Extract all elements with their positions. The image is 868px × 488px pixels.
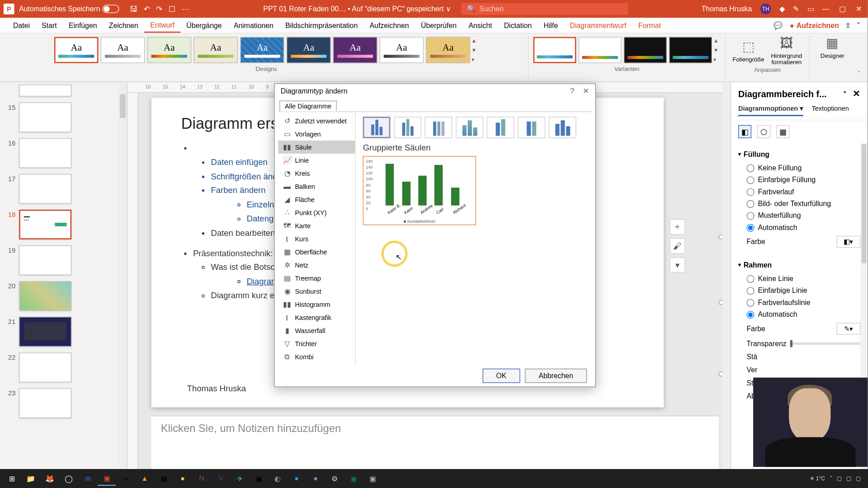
search-input[interactable]: 🔍 Suchen	[461, 3, 627, 15]
weather-widget[interactable]: ☀ 1°C	[810, 475, 825, 482]
app-icon[interactable]: ●	[288, 471, 306, 486]
dialog-tab-all[interactable]: Alle Diagramme	[279, 100, 337, 111]
chart-plus-button[interactable]: ＋	[670, 219, 685, 235]
avatar[interactable]: TH	[760, 4, 771, 14]
slide-size-button[interactable]: ⬚Foliengröße	[729, 36, 767, 66]
format-background-button[interactable]: 🖼Hintergrund formatieren	[768, 36, 806, 66]
tray-icon[interactable]: ▢	[856, 475, 861, 482]
tab-format[interactable]: Format	[632, 18, 667, 33]
tab-ueberpruefen[interactable]: Überprüfen	[415, 18, 463, 33]
chart-subtype[interactable]	[549, 117, 576, 138]
tab-zeichnen[interactable]: Zeichnen	[103, 18, 144, 33]
slide-thumbnail[interactable]	[19, 138, 71, 168]
border-color-button[interactable]: ✎▾	[836, 323, 860, 334]
slide-thumbnail[interactable]	[19, 245, 71, 275]
vlc-icon[interactable]: ▲	[136, 471, 154, 486]
pane-dropdown-icon[interactable]: ˅	[843, 90, 847, 98]
variant-thumb[interactable]	[579, 37, 622, 63]
app-icon[interactable]: ●	[307, 471, 325, 486]
border-option[interactable]: Keine Linie	[738, 273, 860, 285]
save-icon[interactable]: 🖫	[130, 5, 137, 14]
chart-category[interactable]: ▮▮Histogramm	[278, 297, 355, 310]
theme-thumb[interactable]: Aa	[101, 37, 145, 63]
slide-thumbnail[interactable]	[19, 103, 71, 132]
slide-thumbnail[interactable]: ▬▬• • •	[19, 210, 71, 239]
dialog-help-icon[interactable]: ?	[570, 87, 575, 96]
fill-line-icon[interactable]: ◧	[738, 125, 751, 138]
app-icon[interactable]: ▦	[155, 471, 173, 486]
variant-down-icon[interactable]: ▼	[713, 47, 722, 53]
chart-category[interactable]: ↺Zuletzt verwendet	[278, 114, 355, 127]
border-option[interactable]: Farbverlaufslinie	[738, 296, 860, 308]
theme-thumb[interactable]: Aa	[240, 37, 284, 63]
chart-category[interactable]: ▤Treemap	[278, 271, 355, 284]
app-icon[interactable]: ▣	[363, 471, 382, 486]
outlook-icon[interactable]: ✉	[79, 471, 97, 486]
tab-animationen[interactable]: Animationen	[228, 18, 279, 33]
gallery-down-icon[interactable]: ▼	[472, 47, 480, 53]
transparency-slider[interactable]	[790, 343, 861, 345]
chart-subtype[interactable]	[456, 117, 483, 138]
tab-ansicht[interactable]: Ansicht	[462, 18, 498, 33]
chrome-icon[interactable]: ◯	[60, 471, 78, 486]
tab-einfuegen[interactable]: Einfügen	[63, 18, 103, 33]
pen-icon[interactable]: ✎	[793, 5, 799, 13]
tab-entwurf[interactable]: Entwurf	[144, 18, 180, 33]
ok-button[interactable]: OK	[482, 369, 520, 383]
autosave-toggle[interactable]: Automatisches Speichern	[19, 5, 119, 13]
telegram-icon[interactable]: ✈	[231, 471, 249, 486]
maximize-icon[interactable]: ▢	[839, 5, 847, 13]
fill-option[interactable]: Einfarbige Füllung	[738, 174, 860, 186]
chart-preview[interactable]: 020406080100120140160Karin B.KarinAndrew…	[363, 156, 476, 225]
chart-category[interactable]: 🗺Karte	[278, 219, 355, 232]
slide-thumbnail[interactable]	[19, 352, 71, 382]
variant-thumb[interactable]	[533, 37, 576, 63]
chart-category[interactable]: ▭Vorlagen	[278, 127, 355, 141]
chart-category[interactable]: ▮Wasserfall	[278, 324, 355, 337]
tab-dictation[interactable]: Dictation	[498, 18, 538, 33]
chart-category[interactable]: ◔Kreis	[278, 167, 355, 180]
app-icon[interactable]: ●	[174, 471, 192, 486]
fill-section-title[interactable]: Füllung	[738, 150, 860, 158]
ribbon-display-icon[interactable]: ▭	[807, 5, 814, 13]
undo-icon[interactable]: ↶	[144, 5, 150, 14]
minimize-icon[interactable]: —	[822, 5, 830, 13]
theme-thumb[interactable]: Aa	[287, 37, 331, 63]
theme-thumb[interactable]: Aa	[333, 37, 377, 63]
powerpoint-icon[interactable]: ▣	[98, 471, 116, 486]
tab-start[interactable]: Start	[36, 18, 63, 33]
slide-thumbnail[interactable]	[19, 174, 71, 204]
chart-subtype[interactable]	[487, 117, 514, 138]
pane-close-icon[interactable]: ✕	[853, 88, 860, 98]
firefox-icon[interactable]: 🦊	[41, 471, 59, 486]
chart-category[interactable]: ◢Fläche	[278, 192, 355, 206]
record-button[interactable]: Aufzeichnen	[790, 21, 839, 29]
gallery-up-icon[interactable]: ▲	[472, 38, 480, 43]
notes-input[interactable]: Klicken Sie, um Notizen hinzuzufügen	[151, 416, 719, 469]
close-icon[interactable]: ✕	[856, 5, 864, 13]
cancel-button[interactable]: Abbrechen	[525, 369, 587, 383]
visualstudio-icon[interactable]: V	[212, 471, 230, 486]
chart-brush-button[interactable]: 🖌	[670, 238, 685, 253]
slide-thumbnail[interactable]	[19, 317, 71, 347]
tab-uebergaenge[interactable]: Übergänge	[180, 18, 228, 33]
tab-bildschirm[interactable]: Bildschirmpräsentation	[279, 18, 363, 33]
chart-category[interactable]: ⧉Kombi	[278, 350, 355, 363]
chart-category[interactable]: ⫿Kastengrafik	[278, 310, 355, 324]
border-option[interactable]: Einfarbige Linie	[738, 285, 860, 296]
onenote-icon[interactable]: N	[193, 471, 211, 486]
user-name[interactable]: Thomas Hruska	[702, 5, 752, 13]
app-icon[interactable]: ◐	[269, 471, 287, 486]
theme-thumb[interactable]: Aa	[147, 37, 192, 63]
slide-thumbnail[interactable]	[19, 84, 71, 96]
comments-icon[interactable]: 💬	[774, 21, 783, 29]
fill-color-button[interactable]: ◧▾	[836, 236, 860, 248]
diamond-icon[interactable]: ◆	[779, 5, 785, 13]
toggle-icon[interactable]	[103, 5, 119, 13]
variant-thumb[interactable]	[624, 37, 667, 63]
touch-mode-icon[interactable]: ☐	[169, 5, 176, 14]
thumbnail-scrollbar[interactable]	[118, 82, 127, 469]
variant-thumb[interactable]	[669, 37, 712, 63]
chart-category[interactable]: ▦Oberfläche	[278, 245, 355, 258]
tab-diagrammentwurf[interactable]: Diagrammentwurf	[564, 18, 632, 33]
